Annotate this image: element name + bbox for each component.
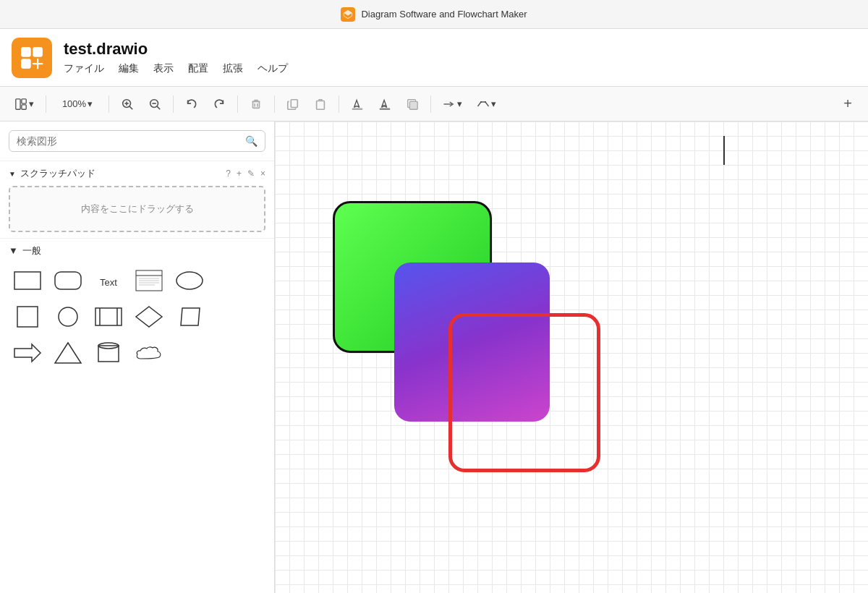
zoom-out-button[interactable]	[142, 93, 167, 116]
menu-extra[interactable]: 拡張	[223, 62, 243, 75]
scratchpad-header: ▼ スクラッチパッド ? + ✎ ×	[9, 167, 265, 180]
arrow-icon	[443, 98, 456, 111]
menu-arrange[interactable]: 配置	[188, 62, 208, 75]
waypoint-button[interactable]: ▾	[471, 93, 502, 116]
svg-point-34	[176, 272, 203, 289]
svg-rect-5	[22, 104, 26, 108]
svg-rect-4	[22, 98, 26, 103]
shape-triangle[interactable]	[49, 337, 87, 369]
redo-icon	[213, 98, 226, 111]
shape-arrow[interactable]	[9, 337, 46, 369]
sep2	[109, 95, 109, 113]
svg-line-9	[129, 106, 132, 109]
app-icon	[341, 7, 355, 22]
layout-button[interactable]: ▾	[9, 93, 40, 116]
svg-rect-3	[16, 98, 20, 108]
svg-rect-25	[14, 272, 41, 289]
shape-cylinder[interactable]	[90, 337, 127, 369]
svg-rect-16	[291, 99, 297, 107]
search-icon: 🔍	[245, 135, 258, 147]
zoom-dropdown[interactable]: 100% ▾	[52, 93, 103, 116]
layout-icon	[14, 98, 27, 111]
shape-square[interactable]	[9, 301, 46, 333]
shape-diamond[interactable]	[130, 301, 168, 333]
menu-file[interactable]: ファイル	[64, 62, 104, 75]
shape-rectangle[interactable]	[9, 265, 46, 296]
fill-color-button[interactable]	[345, 93, 370, 116]
sidebar: 🔍 ▼ スクラッチパッド ? + ✎ × 内容をここにドラッグする ▼	[0, 121, 275, 593]
shape-process[interactable]	[90, 301, 127, 333]
line-color-button[interactable]	[373, 93, 397, 116]
connection-dropdown: ▾	[457, 98, 462, 109]
scratchpad-close[interactable]: ×	[260, 168, 265, 179]
svg-rect-19	[380, 108, 390, 110]
svg-rect-21	[409, 101, 417, 109]
svg-marker-41	[181, 308, 200, 325]
add-page-button[interactable]: +	[836, 93, 859, 116]
copy-icon	[286, 98, 299, 111]
svg-rect-17	[317, 101, 325, 109]
svg-marker-40	[136, 307, 162, 327]
title-bar: Diagram Software and Flowchart Maker	[0, 0, 868, 29]
paste-button[interactable]	[308, 93, 333, 116]
undo-icon	[185, 98, 198, 111]
sep4	[237, 95, 238, 113]
app-title: test.drawio	[64, 40, 288, 59]
zoom-out-icon	[148, 98, 161, 111]
toolbar: ▾ 100% ▾	[0, 87, 868, 121]
layout-dropdown-arrow: ▾	[29, 98, 34, 109]
copy-button[interactable]	[281, 93, 305, 116]
zoom-arrow: ▾	[88, 98, 93, 109]
canvas[interactable]	[275, 121, 868, 593]
svg-point-36	[59, 307, 77, 326]
redo-button[interactable]	[207, 93, 231, 116]
cursor-line	[723, 136, 725, 165]
logo-icon	[12, 38, 52, 78]
line-color-icon	[378, 98, 391, 111]
menu-help[interactable]: ヘルプ	[258, 62, 288, 75]
svg-marker-42	[14, 344, 41, 362]
general-title: 一般	[22, 244, 41, 257]
waypoint-dropdown: ▾	[491, 98, 496, 109]
shape-note[interactable]	[130, 265, 168, 296]
shape-circle[interactable]	[49, 301, 87, 333]
general-section: ▼ 一般 Text	[0, 239, 274, 375]
undo-button[interactable]	[179, 93, 204, 116]
scratchpad-add[interactable]: +	[237, 168, 242, 179]
svg-rect-13	[253, 101, 260, 108]
general-triangle: ▼	[9, 245, 18, 256]
fill-icon	[351, 98, 364, 111]
shape-rounded-rectangle[interactable]	[49, 265, 87, 296]
sep6	[339, 95, 339, 113]
menu-edit[interactable]: 編集	[119, 62, 139, 75]
sep7	[430, 95, 431, 113]
shape-text[interactable]: Text	[90, 265, 127, 296]
scratchpad-actions: ? + ✎ ×	[226, 168, 265, 179]
search-input[interactable]	[17, 135, 239, 147]
red-shape[interactable]	[448, 313, 600, 472]
svg-point-24	[485, 101, 486, 102]
window-title: Diagram Software and Flowchart Maker	[361, 9, 527, 20]
scratchpad-help[interactable]: ?	[226, 168, 231, 179]
shape-cloud[interactable]	[130, 337, 168, 369]
shapes-row-2	[9, 301, 265, 333]
shape-parallelogram[interactable]	[171, 301, 208, 333]
scratchpad-edit[interactable]: ✎	[247, 168, 255, 179]
scratchpad-triangle: ▼	[9, 170, 16, 178]
svg-rect-2	[22, 59, 31, 68]
main-area: 🔍 ▼ スクラッチパッド ? + ✎ × 内容をここにドラッグする ▼	[0, 121, 868, 593]
connection-button[interactable]: ▾	[437, 93, 468, 116]
waypoint-icon	[477, 98, 490, 111]
menu-view[interactable]: 表示	[153, 62, 174, 75]
svg-rect-26	[55, 272, 81, 289]
menu-bar: ファイル 編集 表示 配置 拡張 ヘルプ	[64, 62, 288, 75]
shadow-button[interactable]	[400, 93, 425, 116]
shape-ellipse[interactable]	[171, 265, 208, 296]
sep1	[46, 95, 46, 113]
trash-icon	[250, 98, 263, 111]
zoom-in-button[interactable]	[115, 93, 140, 116]
delete-button[interactable]	[244, 93, 268, 116]
search-area: 🔍	[0, 121, 274, 161]
scratchpad-dropzone-text: 内容をここにドラッグする	[81, 203, 194, 214]
general-header: ▼ 一般	[9, 244, 265, 257]
